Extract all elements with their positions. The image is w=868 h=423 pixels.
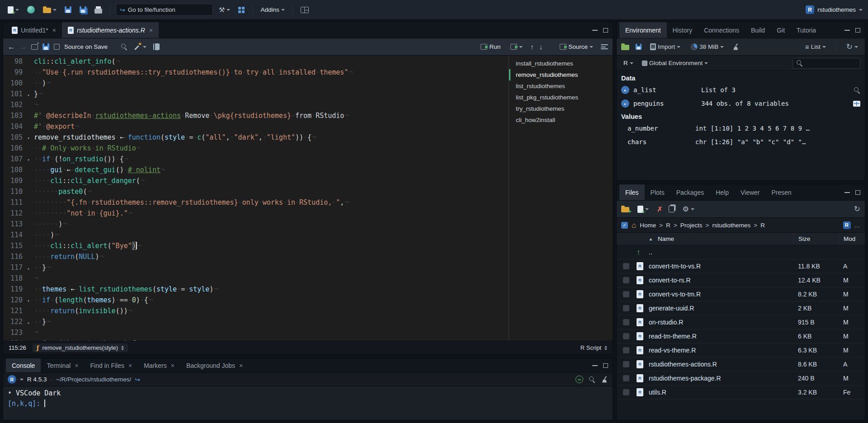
compile-report-icon[interactable] <box>153 43 160 50</box>
code-line[interactable]: 114····)¬ <box>3 230 509 240</box>
row-checkbox[interactable] <box>623 361 629 367</box>
fold-marker[interactable]: ▴ <box>25 89 32 100</box>
list-view-button[interactable]: ≡List <box>803 41 828 52</box>
refresh-environment-button[interactable]: ↻ <box>844 41 860 52</box>
file-row[interactable]: Rutils.R3.2 KBFe <box>617 385 865 400</box>
popout-icon[interactable] <box>31 44 38 50</box>
env-row[interactable]: charschr [1:26] "a" "b" "c" "d" "… <box>617 135 865 149</box>
new-file-button[interactable] <box>5 5 21 15</box>
code-line[interactable]: 108····gui·←·detect_gui()·#·nolint¬ <box>3 164 509 175</box>
save-all-button[interactable] <box>77 5 89 15</box>
new-project-button[interactable] <box>25 4 37 15</box>
row-checkbox[interactable] <box>623 319 629 325</box>
code-line[interactable]: 107▾··if·(!on_rstudio())·{¬ <box>3 154 509 164</box>
expand-icon[interactable]: ▸ <box>621 86 629 94</box>
environment-tab[interactable]: Build <box>745 22 771 38</box>
chevron-down-icon[interactable] <box>20 379 24 381</box>
expand-icon[interactable]: ▸ <box>621 99 629 108</box>
new-blank-file-button[interactable] <box>635 204 651 215</box>
code-line[interactable]: 110······paste0(¬ <box>3 186 509 197</box>
column-header-modified[interactable]: Mod <box>839 233 865 245</box>
code-line[interactable]: 100··)¬ <box>3 78 509 89</box>
minimize-icon[interactable] <box>592 365 598 366</box>
run-button[interactable]: Run <box>478 42 503 52</box>
save-workspace-icon[interactable] <box>636 44 642 50</box>
environment-tab[interactable]: Connections <box>698 22 745 38</box>
file-row[interactable]: Rread-vs-theme.R6.3 KBM <box>617 343 865 357</box>
code-line[interactable]: 103#'·@describeIn·rstudiothemes-actions·… <box>3 110 509 121</box>
tools-button[interactable]: ⚒ <box>217 4 232 16</box>
addins-button[interactable]: Addins <box>258 5 287 15</box>
fold-marker[interactable]: ▴ <box>25 263 32 274</box>
close-tab-icon[interactable]: × <box>75 362 78 369</box>
code-line[interactable]: 102¬ <box>3 99 509 110</box>
document-outline-toggle[interactable] <box>601 44 608 49</box>
code-line[interactable]: 116····return(NULL)¬ <box>3 251 509 262</box>
new-folder-button[interactable]: + <box>621 207 629 212</box>
maximize-icon[interactable] <box>855 190 860 195</box>
outline-item[interactable]: remove_rstudiothemes <box>509 69 613 80</box>
open-file-button[interactable] <box>41 5 59 15</box>
file-row[interactable]: Rconvert-tm-to-vs.R11.8 KBA <box>617 259 865 273</box>
row-checkbox[interactable] <box>623 263 629 269</box>
file-type-dropdown[interactable]: R Script <box>580 344 607 351</box>
maximize-icon[interactable] <box>603 28 608 33</box>
console-output[interactable]: • VSCode Dark[n,k,q]: <box>3 386 613 420</box>
home-icon[interactable]: ⌂ <box>632 221 636 229</box>
file-row[interactable]: Rrstudiothemes-actions.R8.6 KBA <box>617 357 865 371</box>
file-row[interactable]: Rconvert-to-rs.R12.4 KBM <box>617 273 865 287</box>
breadcrumb-ellipsis[interactable]: … <box>854 222 861 229</box>
close-tab-icon[interactable]: × <box>128 362 132 369</box>
code-line[interactable]: 119··themes·←·list_rstudiothemes(style·=… <box>3 284 509 295</box>
code-line[interactable]: 106··#·Only·works·in·RStudio¬ <box>3 143 509 154</box>
code-line[interactable]: 105▾remove_rstudiothemes·←·function(styl… <box>3 132 509 143</box>
environment-search-input[interactable] <box>806 60 857 66</box>
forward-button[interactable]: → <box>19 43 27 51</box>
code-line[interactable]: 112········"not·in·{gui}."¬ <box>3 208 509 219</box>
code-tools-button[interactable] <box>132 42 149 52</box>
code-area[interactable]: 98cli::cli_alert_info(¬99··"Use·{.run·rs… <box>3 56 509 341</box>
goto-file-input[interactable] <box>128 6 209 13</box>
clear-environment-icon[interactable] <box>732 43 739 51</box>
file-row[interactable]: Rrstudiothemes-package.R240 BM <box>617 371 865 385</box>
code-line[interactable]: 117▴··}¬ <box>3 262 509 273</box>
search-console-icon[interactable] <box>589 376 595 383</box>
minimize-icon[interactable] <box>844 30 850 31</box>
outline-item[interactable]: list_pkg_rstudiothemes <box>509 92 613 103</box>
find-replace-icon[interactable] <box>121 43 127 50</box>
outline-item[interactable]: list_rstudiothemes <box>509 80 613 92</box>
memory-usage-button[interactable]: 38 MiB <box>689 42 726 52</box>
select-all-checkbox[interactable]: ✓ <box>621 222 628 229</box>
back-button[interactable]: ← <box>8 43 15 51</box>
import-dataset-button[interactable]: Import <box>648 42 683 52</box>
grid-button[interactable] <box>236 5 247 15</box>
files-tab[interactable]: Plots <box>645 184 670 200</box>
breadcrumb-item[interactable]: Projects <box>680 222 703 229</box>
code-line[interactable]: 104#'·@export¬ <box>3 121 509 132</box>
code-line[interactable]: 122▴··}¬ <box>3 316 509 327</box>
file-row[interactable]: Rgenerate-uuid.R2 KBM <box>617 301 865 315</box>
close-tab-icon[interactable]: × <box>239 362 243 369</box>
breadcrumb-item[interactable]: R <box>666 222 670 229</box>
memory-usage-icon[interactable]: ∞ <box>576 376 583 383</box>
console-tab[interactable]: Markers× <box>138 358 180 372</box>
clear-console-icon[interactable] <box>601 376 608 383</box>
code-line[interactable]: 101▴}¬ <box>3 89 509 99</box>
console-tab[interactable]: Find in Files× <box>84 358 138 372</box>
load-workspace-icon[interactable] <box>621 45 629 50</box>
fold-marker[interactable]: ▾ <box>25 133 32 144</box>
file-row[interactable]: Rconvert-vs-to-tm.R8.2 KBM <box>617 287 865 301</box>
inspect-object-icon[interactable] <box>854 87 860 94</box>
files-tab[interactable]: Packages <box>670 184 710 200</box>
env-row[interactable]: a_numberint [1:10] 1 2 3 4 5 6 7 8 9 … <box>617 122 865 135</box>
env-row[interactable]: ▸penguins344 obs. of 8 variables <box>617 97 865 110</box>
r-project-icon[interactable]: R <box>843 221 851 229</box>
code-line[interactable]: 118¬ <box>3 273 509 284</box>
files-tab[interactable]: Viewer <box>735 184 766 200</box>
outline-item[interactable]: try_rstudiothemes <box>509 103 613 114</box>
fold-marker[interactable]: ▾ <box>25 296 32 306</box>
code-line[interactable]: 113······)¬ <box>3 219 509 230</box>
close-tab-icon[interactable]: × <box>52 27 56 34</box>
editor-tab[interactable]: RUntitled1*× <box>6 22 62 38</box>
file-row[interactable]: Ron-rstudio.R915 BM <box>617 315 865 329</box>
